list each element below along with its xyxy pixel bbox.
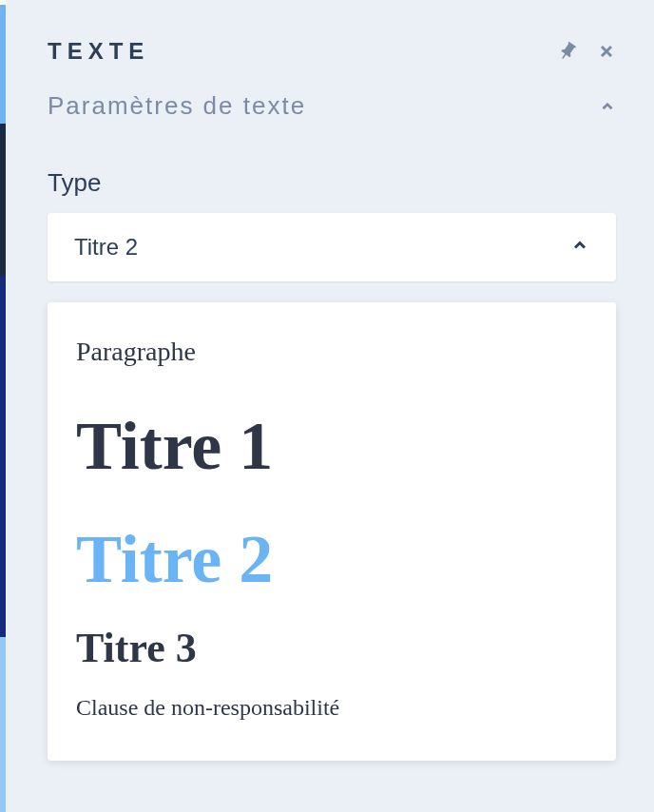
option-titre-3[interactable]: Titre 3 bbox=[76, 626, 587, 671]
option-titre-2[interactable]: Titre 2 bbox=[76, 522, 587, 597]
option-disclaimer[interactable]: Clause de non-responsabilité bbox=[76, 695, 587, 721]
section-header[interactable]: Paramètres de texte bbox=[48, 91, 616, 121]
close-icon[interactable] bbox=[597, 42, 616, 61]
panel-title: TEXTE bbox=[48, 38, 149, 65]
section-title: Paramètres de texte bbox=[48, 91, 306, 121]
option-paragraph[interactable]: Paragraphe bbox=[76, 337, 587, 367]
header-actions bbox=[557, 41, 616, 62]
chevron-up-icon bbox=[570, 236, 589, 259]
type-options-dropdown: Paragraphe Titre 1 Titre 2 Titre 3 Claus… bbox=[48, 302, 616, 761]
option-titre-1[interactable]: Titre 1 bbox=[76, 409, 587, 484]
text-settings-panel: TEXTE Paramètres de texte Type Titre 2 bbox=[6, 0, 654, 812]
type-select[interactable]: Titre 2 bbox=[48, 213, 616, 281]
chevron-up-icon bbox=[599, 98, 616, 115]
type-select-value: Titre 2 bbox=[74, 234, 138, 261]
type-label: Type bbox=[48, 168, 616, 198]
panel-header: TEXTE bbox=[48, 38, 616, 65]
pin-icon[interactable] bbox=[557, 41, 578, 62]
